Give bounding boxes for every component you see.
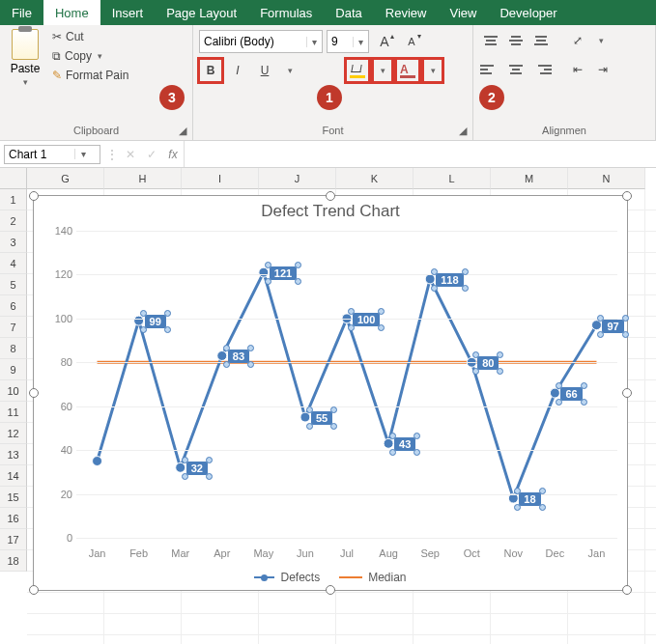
- data-label[interactable]: 80: [477, 356, 499, 370]
- label-handle[interactable]: [389, 449, 396, 456]
- label-handle[interactable]: [348, 324, 355, 331]
- resize-handle[interactable]: [622, 388, 632, 398]
- grow-font-button[interactable]: A▴: [373, 30, 396, 53]
- data-label[interactable]: 43: [394, 437, 415, 451]
- tab-developer[interactable]: Developer: [488, 0, 568, 25]
- column-header[interactable]: M: [491, 168, 568, 189]
- underline-dropdown[interactable]: ▾: [280, 59, 299, 82]
- resize-handle[interactable]: [29, 388, 39, 398]
- row-header[interactable]: 14: [0, 465, 27, 487]
- column-header[interactable]: H: [104, 168, 182, 189]
- label-handle[interactable]: [265, 262, 271, 268]
- cancel-button[interactable]: ✕: [120, 148, 141, 161]
- label-handle[interactable]: [265, 278, 271, 285]
- row-header[interactable]: 10: [0, 380, 27, 402]
- label-handle[interactable]: [622, 331, 629, 338]
- data-label[interactable]: 66: [560, 387, 582, 401]
- italic-button[interactable]: I: [226, 59, 249, 82]
- row-header[interactable]: 18: [0, 550, 27, 572]
- enter-button[interactable]: ✓: [141, 148, 162, 161]
- label-handle[interactable]: [306, 406, 313, 413]
- label-handle[interactable]: [597, 315, 604, 322]
- row-header[interactable]: 17: [0, 529, 27, 550]
- chevron-down-icon[interactable]: ▾: [353, 37, 368, 47]
- resize-handle[interactable]: [622, 191, 632, 201]
- resize-handle[interactable]: [622, 585, 632, 595]
- row-header[interactable]: 5: [0, 274, 27, 295]
- resize-handle[interactable]: [29, 191, 39, 201]
- tab-home[interactable]: Home: [43, 0, 100, 25]
- column-header[interactable]: N: [568, 168, 645, 189]
- data-label[interactable]: 83: [228, 350, 249, 363]
- name-box-input[interactable]: [5, 146, 74, 163]
- select-all-corner[interactable]: [0, 168, 27, 189]
- chart-object[interactable]: Defect Trend Chart 020406080100120140 99…: [33, 195, 628, 591]
- y-axis[interactable]: 020406080100120140: [43, 231, 76, 538]
- tab-file[interactable]: File: [0, 0, 43, 25]
- resize-handle[interactable]: [326, 191, 335, 201]
- data-label[interactable]: 100: [353, 313, 380, 326]
- tab-data[interactable]: Data: [324, 0, 373, 25]
- font-size-input[interactable]: [328, 33, 353, 50]
- align-right-button[interactable]: [529, 58, 553, 81]
- row-header[interactable]: 7: [0, 317, 27, 338]
- data-label[interactable]: 121: [270, 266, 297, 280]
- row-header[interactable]: 2: [0, 210, 27, 232]
- legend-item-defects[interactable]: Defects: [254, 571, 320, 584]
- label-handle[interactable]: [182, 473, 188, 480]
- label-handle[interactable]: [306, 423, 313, 430]
- label-handle[interactable]: [223, 345, 230, 351]
- underline-button[interactable]: U: [253, 59, 276, 82]
- label-handle[interactable]: [389, 433, 396, 439]
- column-header[interactable]: I: [182, 168, 259, 189]
- paste-button[interactable]: Paste ▾: [6, 29, 44, 87]
- chevron-down-icon[interactable]: ▾: [306, 37, 322, 47]
- align-center-button[interactable]: [504, 58, 528, 81]
- data-label[interactable]: 99: [145, 315, 166, 328]
- options-icon[interactable]: ⋮: [104, 148, 120, 161]
- tab-view[interactable]: View: [438, 0, 488, 25]
- row-header[interactable]: 4: [0, 253, 27, 274]
- label-handle[interactable]: [556, 382, 562, 389]
- decrease-indent-button[interactable]: ⇤: [566, 58, 589, 81]
- row-header[interactable]: 1: [0, 189, 27, 210]
- tab-page-layout[interactable]: Page Layout: [155, 0, 248, 25]
- font-color-button[interactable]: A: [396, 59, 419, 82]
- tab-formulas[interactable]: Formulas: [248, 0, 324, 25]
- row-header[interactable]: 16: [0, 508, 27, 529]
- bold-button[interactable]: B: [199, 59, 222, 82]
- data-label[interactable]: 55: [311, 411, 332, 425]
- row-header[interactable]: 15: [0, 487, 27, 508]
- orientation-dropdown[interactable]: ▾: [591, 29, 611, 52]
- align-bottom-button[interactable]: [529, 29, 553, 52]
- shrink-font-button[interactable]: A▾: [400, 30, 423, 53]
- column-header[interactable]: G: [27, 168, 104, 189]
- label-handle[interactable]: [431, 285, 438, 292]
- legend-item-median[interactable]: Median: [339, 571, 406, 584]
- label-handle[interactable]: [182, 457, 188, 463]
- row-header[interactable]: 9: [0, 359, 27, 380]
- fx-button[interactable]: fx: [162, 148, 184, 161]
- resize-handle[interactable]: [326, 585, 335, 595]
- cut-button[interactable]: Cut: [50, 29, 130, 44]
- label-handle[interactable]: [348, 308, 355, 315]
- row-header[interactable]: 12: [0, 423, 27, 444]
- label-handle[interactable]: [140, 310, 147, 317]
- row-header[interactable]: 11: [0, 402, 27, 423]
- chevron-down-icon[interactable]: ▾: [74, 149, 92, 159]
- x-axis[interactable]: JanFebMarAprMayJunJulAugSepOctNovDecJan: [76, 547, 617, 559]
- font-name-combo[interactable]: ▾: [199, 30, 323, 53]
- row-header[interactable]: 3: [0, 232, 27, 253]
- data-label[interactable]: 32: [186, 462, 208, 475]
- label-handle[interactable]: [223, 361, 230, 368]
- align-top-button[interactable]: [479, 29, 502, 52]
- column-header[interactable]: L: [414, 168, 491, 189]
- align-left-button[interactable]: [479, 58, 502, 81]
- label-handle[interactable]: [514, 504, 521, 511]
- label-handle[interactable]: [514, 488, 521, 494]
- data-label[interactable]: 118: [436, 273, 463, 287]
- font-name-input[interactable]: [200, 33, 306, 50]
- fill-color-button[interactable]: [346, 59, 369, 82]
- label-handle[interactable]: [472, 351, 479, 358]
- fill-color-dropdown[interactable]: ▾: [373, 59, 392, 82]
